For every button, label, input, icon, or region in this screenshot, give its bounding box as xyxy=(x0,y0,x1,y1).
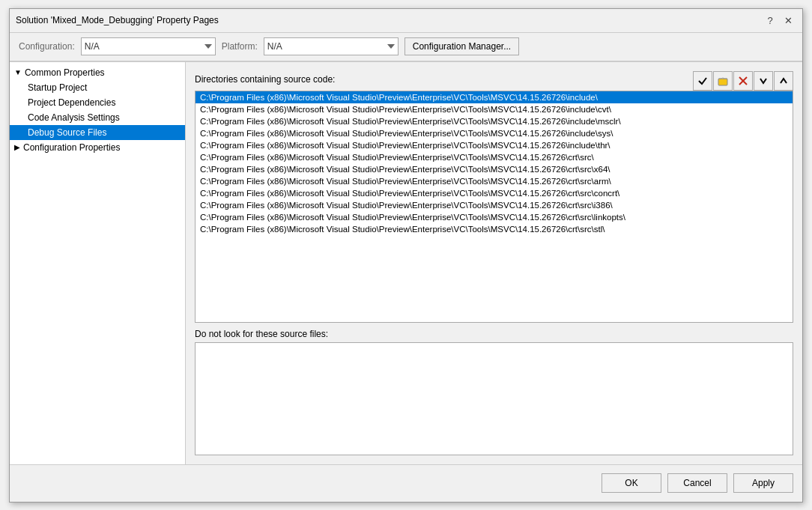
title-bar: Solution 'Mixed_Mode_Debugging' Property… xyxy=(10,9,802,33)
ok-button[interactable]: OK xyxy=(602,473,661,493)
tree-item-label: Startup Project xyxy=(28,82,87,93)
expand-icon: ▼ xyxy=(14,68,22,76)
exclude-section: Do not look for these source files: xyxy=(195,329,793,455)
help-button[interactable]: ? xyxy=(762,12,778,28)
property-pages-dialog: Solution 'Mixed_Mode_Debugging' Property… xyxy=(9,8,803,503)
move-down-button[interactable] xyxy=(754,71,773,91)
platform-label: Platform: xyxy=(222,41,258,52)
source-dir-item[interactable]: C:\Program Files (x86)\Microsoft Visual … xyxy=(196,223,793,235)
main-content: ▼Common PropertiesStartup ProjectProject… xyxy=(10,61,802,464)
source-dir-item[interactable]: C:\Program Files (x86)\Microsoft Visual … xyxy=(196,163,793,175)
config-manager-button[interactable]: Configuration Manager... xyxy=(405,37,519,55)
source-dir-item[interactable]: C:\Program Files (x86)\Microsoft Visual … xyxy=(196,175,793,187)
tree-item-debug-source-files[interactable]: Debug Source Files xyxy=(10,125,185,140)
right-panel: Directories containing source code: xyxy=(186,62,802,464)
title-bar-buttons: ? ✕ xyxy=(762,12,796,28)
tree-item-label: Debug Source Files xyxy=(28,127,106,138)
tree-item-label: Common Properties xyxy=(25,67,105,78)
source-dir-item[interactable]: C:\Program Files (x86)\Microsoft Visual … xyxy=(196,139,793,151)
source-dirs-section: Directories containing source code: xyxy=(195,71,793,324)
delete-button[interactable] xyxy=(733,71,753,91)
source-dir-item[interactable]: C:\Program Files (x86)\Microsoft Visual … xyxy=(196,127,793,139)
source-dirs-toolbar xyxy=(693,71,793,91)
check-icon xyxy=(697,76,708,86)
tree-item-configuration-properties[interactable]: ▶Configuration Properties xyxy=(10,140,185,155)
exclude-list[interactable] xyxy=(195,342,793,455)
source-dir-item[interactable]: C:\Program Files (x86)\Microsoft Visual … xyxy=(196,91,793,103)
folder-icon xyxy=(718,76,728,86)
expand-icon: ▶ xyxy=(14,143,20,151)
source-dir-item[interactable]: C:\Program Files (x86)\Microsoft Visual … xyxy=(196,211,793,223)
check-button[interactable] xyxy=(693,71,712,91)
platform-select[interactable]: N/A xyxy=(264,37,399,55)
tree-item-common-properties[interactable]: ▼Common Properties xyxy=(10,65,185,80)
dialog-title: Solution 'Mixed_Mode_Debugging' Property… xyxy=(16,15,219,25)
source-dirs-label: Directories containing source code: xyxy=(195,74,335,85)
tree-item-label: Project Dependencies xyxy=(28,97,115,108)
source-dir-item[interactable]: C:\Program Files (x86)\Microsoft Visual … xyxy=(196,151,793,163)
tree-item-project-dependencies[interactable]: Project Dependencies xyxy=(10,95,185,110)
configuration-select[interactable]: N/A xyxy=(81,37,216,55)
up-arrow-icon xyxy=(778,76,789,86)
configuration-label: Configuration: xyxy=(19,41,75,52)
source-dir-item[interactable]: C:\Program Files (x86)\Microsoft Visual … xyxy=(196,199,793,211)
delete-icon xyxy=(738,76,748,86)
source-dir-item[interactable]: C:\Program Files (x86)\Microsoft Visual … xyxy=(196,103,793,115)
apply-button[interactable]: Apply xyxy=(733,473,793,493)
tree-panel: ▼Common PropertiesStartup ProjectProject… xyxy=(10,62,186,464)
tree-item-code-analysis[interactable]: Code Analysis Settings xyxy=(10,110,185,125)
tree-item-label: Code Analysis Settings xyxy=(28,112,120,123)
config-bar: Configuration: N/A Platform: N/A Configu… xyxy=(10,33,802,61)
exclude-label: Do not look for these source files: xyxy=(195,329,793,339)
bottom-bar: OK Cancel Apply xyxy=(10,464,802,502)
svg-rect-0 xyxy=(718,79,727,85)
close-button[interactable]: ✕ xyxy=(780,12,796,28)
cancel-button[interactable]: Cancel xyxy=(667,473,727,493)
source-dir-item[interactable]: C:\Program Files (x86)\Microsoft Visual … xyxy=(196,187,793,199)
source-dir-item[interactable]: C:\Program Files (x86)\Microsoft Visual … xyxy=(196,115,793,127)
down-arrow-icon xyxy=(758,76,769,86)
tree-item-startup-project[interactable]: Startup Project xyxy=(10,80,185,95)
source-dirs-toolbar-row: Directories containing source code: xyxy=(195,71,793,91)
source-dirs-list[interactable]: C:\Program Files (x86)\Microsoft Visual … xyxy=(195,91,793,324)
move-up-button[interactable] xyxy=(774,71,793,91)
tree-item-label: Configuration Properties xyxy=(23,142,120,153)
browse-folder-button[interactable] xyxy=(713,71,733,91)
